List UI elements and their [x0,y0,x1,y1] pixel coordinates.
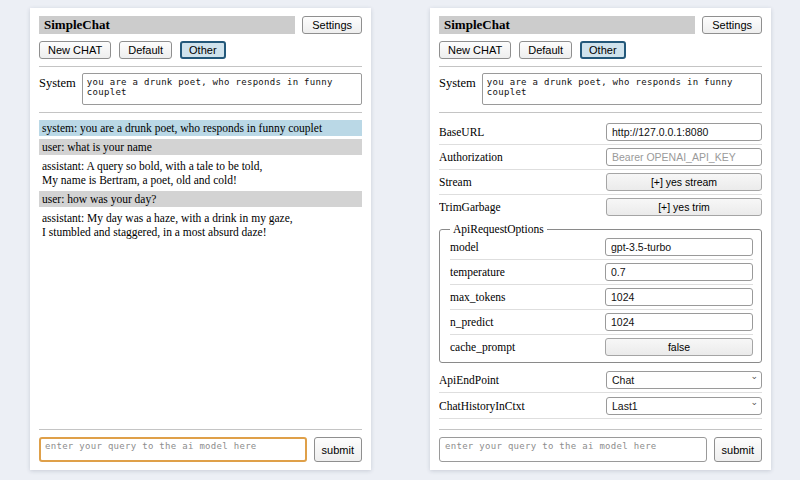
setting-row-trimgarbage: TrimGarbage [+] yes trim [439,195,762,219]
setting-row-completion-fresh-chat-always: CompletionFreshChatAlways [+] yes fresh [439,419,762,422]
divider [39,429,362,430]
divider [39,66,362,67]
cache-prompt-label: cache_prompt [450,341,605,353]
max-tokens-input[interactable] [605,288,753,306]
submit-button[interactable]: submit [714,437,762,462]
query-row: submit [39,437,362,462]
system-prompt-label: System [39,73,76,91]
new-chat-button[interactable]: New CHAT [439,41,511,59]
setting-row-stream: Stream [+] yes stream [439,170,762,195]
authorization-label: Authorization [439,151,606,163]
chat-message-assistant: assistant: A query so bold, with a tale … [39,158,362,188]
settings-button[interactable]: Settings [702,16,762,34]
max-tokens-label: max_tokens [450,291,605,303]
setting-row-baseurl: BaseURL [439,120,762,145]
setting-row-temperature: temperature [450,260,753,285]
session-tab-default[interactable]: Default [119,41,172,59]
trimgarbage-label: TrimGarbage [439,201,606,213]
api-endpoint-select[interactable]: Chat [606,371,762,389]
header: SimpleChat Settings [39,16,362,34]
query-input[interactable] [439,437,707,462]
chat-message-list: system: you are a drunk poet, who respon… [39,120,362,422]
session-tab-other[interactable]: Other [180,41,226,59]
trimgarbage-toggle-button[interactable]: [+] yes trim [606,198,762,216]
divider [439,429,762,430]
setting-row-max-tokens: max_tokens [450,285,753,310]
header: SimpleChat Settings [439,16,762,34]
chat-message-assistant: assistant: My day was a haze, with a dri… [39,210,362,240]
setting-row-api-endpoint: ApiEndPoint Chat ⌄ [439,367,762,393]
system-prompt-label: System [439,73,476,91]
chat-message-system: system: you are a drunk poet, who respon… [39,120,362,136]
cache-prompt-toggle-button[interactable]: false [605,338,753,356]
submit-button[interactable]: submit [314,437,362,462]
setting-row-authorization: Authorization [439,145,762,170]
temperature-input[interactable] [605,263,753,281]
model-label: model [450,241,605,253]
n-predict-label: n_predict [450,316,605,328]
session-tab-default[interactable]: Default [519,41,572,59]
authorization-input[interactable] [606,148,762,166]
chat-message-user: user: how was your day? [39,191,362,207]
divider [439,66,762,67]
new-chat-button[interactable]: New CHAT [39,41,111,59]
system-prompt-input[interactable]: you are a drunk poet, who responds in fu… [82,73,362,105]
settings-panel: SimpleChat Settings New CHAT Default Oth… [430,8,771,470]
chat-panel: SimpleChat Settings New CHAT Default Oth… [30,8,371,470]
setting-row-model: model [450,235,753,260]
settings-button[interactable]: Settings [302,16,362,34]
query-input[interactable] [39,437,307,462]
chat-history-in-ctxt-select[interactable]: Last1 [606,397,762,415]
setting-row-n-predict: n_predict [450,310,753,335]
session-tab-other[interactable]: Other [580,41,626,59]
model-input[interactable] [605,238,753,256]
app-title: SimpleChat [39,16,295,34]
setting-row-chat-history-in-ctxt: ChatHistoryInCtxt Last1 ⌄ [439,393,762,419]
session-tabs: New CHAT Default Other [439,41,762,59]
api-request-options-fieldset: ApiRequestOptions model temperature max_… [439,223,762,363]
n-predict-input[interactable] [605,313,753,331]
chat-message-user: user: what is your name [39,139,362,155]
system-prompt-row: System you are a drunk poet, who respond… [39,73,362,105]
system-prompt-row: System you are a drunk poet, who respond… [439,73,762,105]
baseurl-input[interactable] [606,123,762,141]
divider [39,112,362,113]
api-endpoint-label: ApiEndPoint [439,374,606,386]
setting-row-cache-prompt: cache_prompt false [450,335,753,359]
app-title: SimpleChat [439,16,695,34]
stream-toggle-button[interactable]: [+] yes stream [606,173,762,191]
settings-list: BaseURL Authorization Stream [+] yes str… [439,120,762,422]
divider [439,112,762,113]
chat-history-in-ctxt-label: ChatHistoryInCtxt [439,400,606,412]
query-row: submit [439,437,762,462]
session-tabs: New CHAT Default Other [39,41,362,59]
baseurl-label: BaseURL [439,126,606,138]
stream-label: Stream [439,176,606,188]
system-prompt-input[interactable]: you are a drunk poet, who responds in fu… [482,73,762,105]
api-request-options-legend: ApiRequestOptions [450,223,547,235]
temperature-label: temperature [450,266,605,278]
